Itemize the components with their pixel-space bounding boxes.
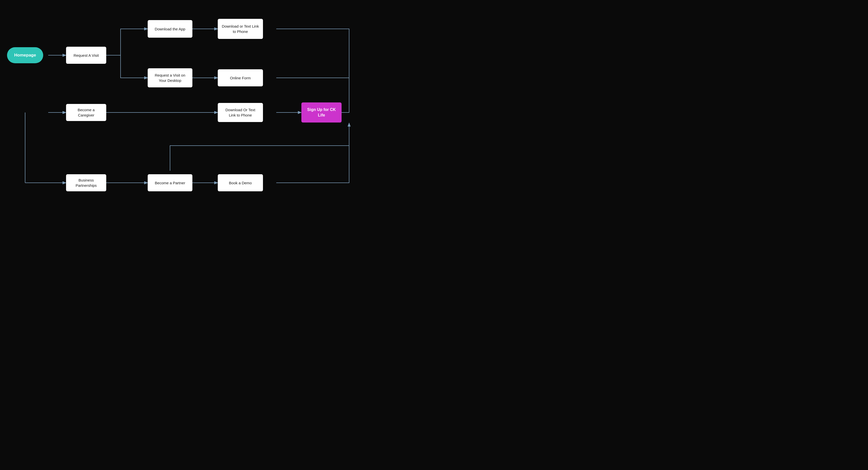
become-caregiver-label: Become a Caregiver	[70, 107, 102, 118]
business-partnerships-label: Business Partnerships	[70, 178, 102, 188]
download-app-node: Download the App	[148, 20, 192, 38]
arrows-layer	[0, 0, 434, 235]
download-text-link2-node: Download Or Text Link to Phone	[218, 103, 263, 122]
signup-node: Sign Up for CK Life	[301, 102, 342, 123]
request-desktop-node: Request a Visit on Your Desktop	[148, 68, 192, 87]
signup-label: Sign Up for CK Life	[305, 107, 338, 118]
book-demo-node: Book a Demo	[218, 174, 263, 191]
book-demo-label: Book a Demo	[229, 180, 252, 186]
become-caregiver-node: Become a Caregiver	[66, 104, 106, 121]
download-text-link-label: Download or Text Link to Phone	[222, 24, 259, 34]
online-form-node: Online Form	[218, 69, 263, 86]
request-visit-label: Request A Visit	[73, 53, 99, 58]
flowchart-diagram: Homepage Request A Visit Download the Ap…	[0, 0, 434, 235]
homepage-node: Homepage	[7, 47, 43, 63]
business-partnerships-node: Business Partnerships	[66, 174, 106, 191]
become-partner-label: Become a Partner	[155, 180, 185, 186]
become-partner-node: Become a Partner	[148, 174, 192, 191]
online-form-label: Online Form	[230, 75, 251, 81]
download-text-link2-label: Download Or Text Link to Phone	[222, 107, 259, 118]
homepage-label: Homepage	[14, 53, 36, 58]
request-desktop-label: Request a Visit on Your Desktop	[152, 72, 188, 83]
request-visit-node: Request A Visit	[66, 47, 106, 64]
download-text-link-node: Download or Text Link to Phone	[218, 19, 263, 39]
download-app-label: Download the App	[155, 26, 185, 32]
